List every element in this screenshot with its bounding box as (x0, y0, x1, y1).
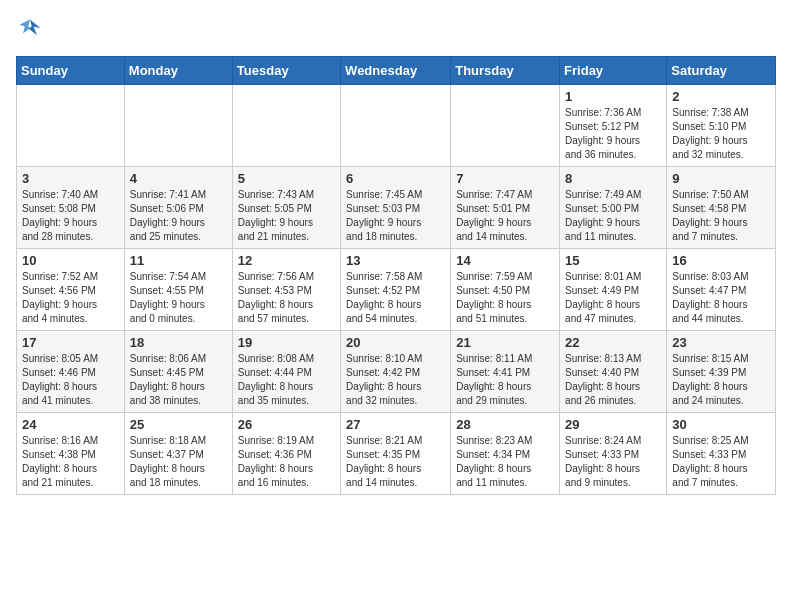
day-number: 9 (672, 171, 770, 186)
calendar-cell: 21Sunrise: 8:11 AM Sunset: 4:41 PM Dayli… (451, 331, 560, 413)
day-detail: Sunrise: 8:19 AM Sunset: 4:36 PM Dayligh… (238, 434, 335, 490)
calendar-cell: 7Sunrise: 7:47 AM Sunset: 5:01 PM Daylig… (451, 167, 560, 249)
day-detail: Sunrise: 8:21 AM Sunset: 4:35 PM Dayligh… (346, 434, 445, 490)
calendar-week-row: 1Sunrise: 7:36 AM Sunset: 5:12 PM Daylig… (17, 85, 776, 167)
day-detail: Sunrise: 8:18 AM Sunset: 4:37 PM Dayligh… (130, 434, 227, 490)
day-number: 24 (22, 417, 119, 432)
day-detail: Sunrise: 8:24 AM Sunset: 4:33 PM Dayligh… (565, 434, 661, 490)
day-number: 15 (565, 253, 661, 268)
day-detail: Sunrise: 8:13 AM Sunset: 4:40 PM Dayligh… (565, 352, 661, 408)
day-detail: Sunrise: 7:54 AM Sunset: 4:55 PM Dayligh… (130, 270, 227, 326)
day-number: 18 (130, 335, 227, 350)
day-detail: Sunrise: 7:49 AM Sunset: 5:00 PM Dayligh… (565, 188, 661, 244)
day-number: 25 (130, 417, 227, 432)
day-detail: Sunrise: 7:36 AM Sunset: 5:12 PM Dayligh… (565, 106, 661, 162)
svg-marker-1 (20, 20, 31, 34)
day-number: 11 (130, 253, 227, 268)
column-header-thursday: Thursday (451, 57, 560, 85)
calendar-cell: 3Sunrise: 7:40 AM Sunset: 5:08 PM Daylig… (17, 167, 125, 249)
day-number: 8 (565, 171, 661, 186)
calendar-table: SundayMondayTuesdayWednesdayThursdayFrid… (16, 56, 776, 495)
day-detail: Sunrise: 8:16 AM Sunset: 4:38 PM Dayligh… (22, 434, 119, 490)
calendar-cell: 14Sunrise: 7:59 AM Sunset: 4:50 PM Dayli… (451, 249, 560, 331)
day-number: 26 (238, 417, 335, 432)
calendar-cell (341, 85, 451, 167)
calendar-cell: 29Sunrise: 8:24 AM Sunset: 4:33 PM Dayli… (560, 413, 667, 495)
calendar-cell (17, 85, 125, 167)
day-number: 3 (22, 171, 119, 186)
day-detail: Sunrise: 7:43 AM Sunset: 5:05 PM Dayligh… (238, 188, 335, 244)
column-header-tuesday: Tuesday (232, 57, 340, 85)
calendar-cell: 15Sunrise: 8:01 AM Sunset: 4:49 PM Dayli… (560, 249, 667, 331)
day-number: 13 (346, 253, 445, 268)
calendar-cell: 9Sunrise: 7:50 AM Sunset: 4:58 PM Daylig… (667, 167, 776, 249)
day-number: 23 (672, 335, 770, 350)
day-number: 21 (456, 335, 554, 350)
day-number: 7 (456, 171, 554, 186)
day-detail: Sunrise: 8:05 AM Sunset: 4:46 PM Dayligh… (22, 352, 119, 408)
day-number: 19 (238, 335, 335, 350)
calendar-cell: 6Sunrise: 7:45 AM Sunset: 5:03 PM Daylig… (341, 167, 451, 249)
calendar-cell: 12Sunrise: 7:56 AM Sunset: 4:53 PM Dayli… (232, 249, 340, 331)
day-detail: Sunrise: 7:45 AM Sunset: 5:03 PM Dayligh… (346, 188, 445, 244)
svg-marker-0 (28, 20, 40, 36)
calendar-week-row: 10Sunrise: 7:52 AM Sunset: 4:56 PM Dayli… (17, 249, 776, 331)
day-number: 14 (456, 253, 554, 268)
day-number: 12 (238, 253, 335, 268)
day-number: 27 (346, 417, 445, 432)
calendar-cell: 30Sunrise: 8:25 AM Sunset: 4:33 PM Dayli… (667, 413, 776, 495)
day-detail: Sunrise: 7:38 AM Sunset: 5:10 PM Dayligh… (672, 106, 770, 162)
calendar-cell: 20Sunrise: 8:10 AM Sunset: 4:42 PM Dayli… (341, 331, 451, 413)
calendar-cell: 23Sunrise: 8:15 AM Sunset: 4:39 PM Dayli… (667, 331, 776, 413)
day-number: 17 (22, 335, 119, 350)
calendar-cell: 25Sunrise: 8:18 AM Sunset: 4:37 PM Dayli… (124, 413, 232, 495)
day-detail: Sunrise: 8:15 AM Sunset: 4:39 PM Dayligh… (672, 352, 770, 408)
calendar-cell: 13Sunrise: 7:58 AM Sunset: 4:52 PM Dayli… (341, 249, 451, 331)
column-header-monday: Monday (124, 57, 232, 85)
calendar-cell: 24Sunrise: 8:16 AM Sunset: 4:38 PM Dayli… (17, 413, 125, 495)
column-header-saturday: Saturday (667, 57, 776, 85)
day-detail: Sunrise: 7:47 AM Sunset: 5:01 PM Dayligh… (456, 188, 554, 244)
column-header-wednesday: Wednesday (341, 57, 451, 85)
column-header-friday: Friday (560, 57, 667, 85)
calendar-header-row: SundayMondayTuesdayWednesdayThursdayFrid… (17, 57, 776, 85)
day-number: 10 (22, 253, 119, 268)
day-number: 2 (672, 89, 770, 104)
calendar-week-row: 17Sunrise: 8:05 AM Sunset: 4:46 PM Dayli… (17, 331, 776, 413)
day-number: 6 (346, 171, 445, 186)
day-detail: Sunrise: 7:41 AM Sunset: 5:06 PM Dayligh… (130, 188, 227, 244)
calendar-cell: 8Sunrise: 7:49 AM Sunset: 5:00 PM Daylig… (560, 167, 667, 249)
day-number: 20 (346, 335, 445, 350)
calendar-cell: 2Sunrise: 7:38 AM Sunset: 5:10 PM Daylig… (667, 85, 776, 167)
day-number: 22 (565, 335, 661, 350)
day-detail: Sunrise: 7:50 AM Sunset: 4:58 PM Dayligh… (672, 188, 770, 244)
calendar-cell: 27Sunrise: 8:21 AM Sunset: 4:35 PM Dayli… (341, 413, 451, 495)
day-detail: Sunrise: 8:06 AM Sunset: 4:45 PM Dayligh… (130, 352, 227, 408)
calendar-week-row: 3Sunrise: 7:40 AM Sunset: 5:08 PM Daylig… (17, 167, 776, 249)
day-detail: Sunrise: 8:08 AM Sunset: 4:44 PM Dayligh… (238, 352, 335, 408)
calendar-cell: 10Sunrise: 7:52 AM Sunset: 4:56 PM Dayli… (17, 249, 125, 331)
day-number: 29 (565, 417, 661, 432)
day-detail: Sunrise: 7:59 AM Sunset: 4:50 PM Dayligh… (456, 270, 554, 326)
calendar-cell: 28Sunrise: 8:23 AM Sunset: 4:34 PM Dayli… (451, 413, 560, 495)
day-detail: Sunrise: 8:11 AM Sunset: 4:41 PM Dayligh… (456, 352, 554, 408)
calendar-cell: 19Sunrise: 8:08 AM Sunset: 4:44 PM Dayli… (232, 331, 340, 413)
day-number: 4 (130, 171, 227, 186)
day-detail: Sunrise: 7:52 AM Sunset: 4:56 PM Dayligh… (22, 270, 119, 326)
calendar-cell: 18Sunrise: 8:06 AM Sunset: 4:45 PM Dayli… (124, 331, 232, 413)
calendar-cell: 17Sunrise: 8:05 AM Sunset: 4:46 PM Dayli… (17, 331, 125, 413)
calendar-cell: 16Sunrise: 8:03 AM Sunset: 4:47 PM Dayli… (667, 249, 776, 331)
day-detail: Sunrise: 8:25 AM Sunset: 4:33 PM Dayligh… (672, 434, 770, 490)
logo-bird-icon (16, 16, 44, 44)
calendar-cell: 4Sunrise: 7:41 AM Sunset: 5:06 PM Daylig… (124, 167, 232, 249)
calendar-cell: 22Sunrise: 8:13 AM Sunset: 4:40 PM Dayli… (560, 331, 667, 413)
calendar-cell (124, 85, 232, 167)
day-number: 5 (238, 171, 335, 186)
day-number: 28 (456, 417, 554, 432)
day-detail: Sunrise: 8:10 AM Sunset: 4:42 PM Dayligh… (346, 352, 445, 408)
day-detail: Sunrise: 8:23 AM Sunset: 4:34 PM Dayligh… (456, 434, 554, 490)
day-number: 30 (672, 417, 770, 432)
calendar-cell (451, 85, 560, 167)
page-header (16, 16, 776, 44)
calendar-cell: 5Sunrise: 7:43 AM Sunset: 5:05 PM Daylig… (232, 167, 340, 249)
